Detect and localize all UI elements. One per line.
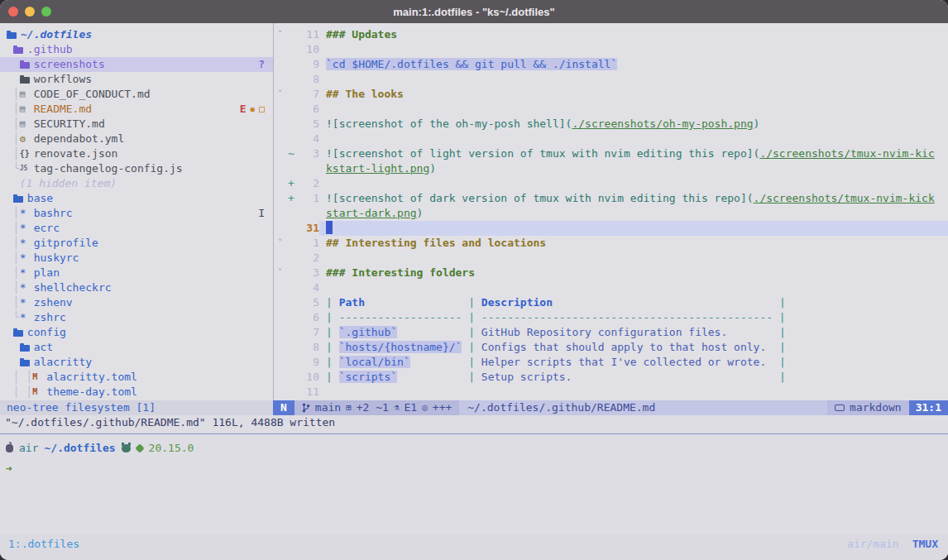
editor-line[interactable]: 9| `local/bin` | Helper scripts that I'v…	[274, 355, 948, 370]
editor-line[interactable]: 8	[274, 72, 948, 87]
fold-icon[interactable]: ˅	[274, 27, 286, 42]
tree-item-label: CODE_OF_CONDUCT.md	[34, 87, 151, 102]
tree-item-label: gitprofile	[34, 236, 98, 251]
text-segment-plain	[572, 371, 778, 383]
tree-item-alacritty[interactable]: alacritty	[0, 355, 273, 370]
editor-line[interactable]: 4	[274, 132, 948, 146]
tree-item-bashrc[interactable]: │*bashrcI	[0, 206, 273, 221]
fold-icon[interactable]	[274, 191, 286, 206]
shell-pane[interactable]: air ~/.dotfiles 20.15.0 ➜	[0, 433, 948, 534]
text-segment-code: `local/bin`	[339, 356, 410, 368]
fold-icon[interactable]	[274, 72, 286, 87]
editor-line[interactable]: 6	[274, 102, 948, 117]
editor-line[interactable]: start-dark.png)	[274, 206, 948, 221]
neo-tree-panel: ~/.dotfiles .github screenshots? workflo…	[0, 23, 273, 400]
tree-item-label: alacritty.toml	[46, 370, 137, 385]
line-number: 7	[296, 87, 319, 102]
tree-item-theme-day-toml[interactable]: │ │Mtheme-day.toml	[0, 385, 273, 400]
tree-item-zshrc[interactable]: └*zshrc	[0, 310, 273, 325]
editor-line[interactable]: 31	[274, 221, 948, 236]
line-text: | ------------------- | ----------------…	[319, 310, 948, 325]
tree-item-screenshots[interactable]: screenshots?	[0, 57, 273, 72]
tmux-session-tab[interactable]: 1:.dotfiles	[8, 537, 79, 552]
tree-item-huskyrc[interactable]: │*huskyrc	[0, 251, 273, 266]
tree-item-act[interactable]: act	[0, 340, 273, 355]
tree-item-gitprofile[interactable]: │*gitprofile	[0, 236, 273, 251]
editor-line[interactable]: 4	[274, 280, 948, 295]
tree-item-plan[interactable]: │*plan	[0, 266, 273, 280]
fold-icon[interactable]: ˅	[274, 236, 286, 251]
tree-item-code-of-conduct-md[interactable]: │▤CODE_OF_CONDUCT.md	[0, 87, 273, 102]
tree-item-config[interactable]: config	[0, 325, 273, 340]
text-segment-pipe: |	[468, 341, 481, 353]
line-text: ![screenshot of light version of tmux wi…	[319, 146, 948, 161]
fold-icon[interactable]	[274, 206, 286, 221]
fold-icon[interactable]: ˅	[274, 87, 286, 102]
tree-item-renovate-json[interactable]: │{}renovate.json	[0, 146, 273, 161]
tree-item-label: act	[34, 340, 53, 355]
text-segment-text: )	[754, 117, 760, 130]
editor-line[interactable]: 7| `.github` | GitHub Repository configu…	[274, 325, 948, 340]
editor-line[interactable]: kstart-light.png)	[274, 161, 948, 176]
tree-item-readme-md[interactable]: │▤README.mdE●	[0, 102, 273, 117]
editor-line[interactable]: 9`cd $HOME/.dotfiles && git pull && ./in…	[274, 57, 948, 72]
line-text	[319, 221, 948, 236]
fold-icon[interactable]	[274, 57, 286, 72]
fold-icon[interactable]	[274, 161, 286, 176]
editor-line[interactable]: 6| ------------------- | ---------------…	[274, 310, 948, 325]
fold-icon[interactable]	[274, 295, 286, 310]
fold-icon[interactable]	[274, 370, 286, 385]
tree-item-zshenv[interactable]: │*zshenv	[0, 295, 273, 310]
editor-line[interactable]: 2	[274, 251, 948, 266]
tree-item-ecrc[interactable]: │*ecrc	[0, 221, 273, 236]
tree-item-dotfiles[interactable]: ~/.dotfiles	[0, 27, 273, 42]
fold-icon[interactable]	[274, 385, 286, 400]
fold-icon[interactable]	[274, 325, 286, 340]
fold-icon[interactable]	[274, 132, 286, 146]
editor-line[interactable]: 10| `scripts` | Setup scripts. |	[274, 370, 948, 385]
tree-item-github[interactable]: .github	[0, 42, 273, 57]
line-number: 10	[296, 42, 319, 57]
git-sign	[286, 42, 296, 57]
fold-icon[interactable]	[274, 42, 286, 57]
tree-item-tag-changelog-config-js[interactable]: └JStag-changelog-config.js	[0, 161, 273, 176]
fold-icon[interactable]	[274, 146, 286, 161]
text-segment-text: ![screenshot of dark version of tmux wit…	[326, 192, 754, 204]
editor-line[interactable]: 11	[274, 385, 948, 400]
editor-line[interactable]: 5![screenshot of the oh-my-posh shell](.…	[274, 117, 948, 132]
fold-icon[interactable]	[274, 176, 286, 191]
fold-icon[interactable]	[274, 251, 286, 266]
fold-icon[interactable]	[274, 280, 286, 295]
git-sign	[286, 102, 296, 117]
editor-line[interactable]: ˅ 11### Updates	[274, 27, 948, 42]
tree-item-shellcheckrc[interactable]: │*shellcheckrc	[0, 280, 273, 295]
editor-line[interactable]: ~3![screenshot of light version of tmux …	[274, 146, 948, 161]
editor-line[interactable]: ˅ 3### Interesting folders	[274, 266, 948, 280]
editor-line[interactable]: 8| `hosts/{hostname}/` | Configs that sh…	[274, 340, 948, 355]
tree-item-security-md[interactable]: │▤SECURITY.md	[0, 117, 273, 132]
editor-line[interactable]: 5| Path | Description |	[274, 295, 948, 310]
tree-item-1-hidden-item[interactable]: (1 hidden item)	[0, 176, 273, 191]
fold-icon[interactable]	[274, 340, 286, 355]
editor-line[interactable]: 10	[274, 42, 948, 57]
cursor-position: 31:1	[909, 400, 948, 415]
line-text: kstart-light.png)	[319, 161, 948, 176]
tree-item-alacritty-toml[interactable]: │ │Malacritty.toml	[0, 370, 273, 385]
fold-icon[interactable]: ˅	[274, 266, 286, 280]
tree-item-label: base	[27, 191, 53, 206]
editor-line[interactable]: +1![screenshot of dark version of tmux w…	[274, 191, 948, 206]
fold-icon[interactable]	[274, 102, 286, 117]
tree-item-base[interactable]: base	[0, 191, 273, 206]
fold-icon[interactable]	[274, 221, 286, 236]
editor-pane[interactable]: ˅ 11### Updates 10 9`cd $HOME/.dotfiles …	[273, 23, 948, 400]
tree-item-label: huskyrc	[34, 251, 79, 266]
tree-item-dependabot-yml[interactable]: │⚙dependabot.yml	[0, 132, 273, 146]
fold-icon[interactable]	[274, 117, 286, 132]
editor-line[interactable]: +2	[274, 176, 948, 191]
fold-icon[interactable]	[274, 355, 286, 370]
tree-item-workflows[interactable]: workflows	[0, 72, 273, 87]
line-text: | Path | Description |	[319, 295, 948, 310]
editor-line[interactable]: ˅ 7## The looks	[274, 87, 948, 102]
fold-icon[interactable]	[274, 310, 286, 325]
editor-line[interactable]: ˅ 1## Interesting files and locations	[274, 236, 948, 251]
